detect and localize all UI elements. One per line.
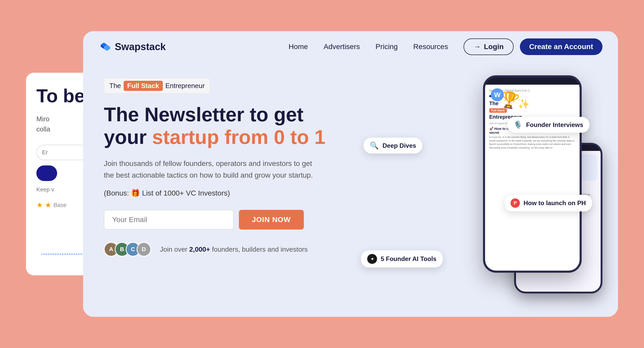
email-form: JOIN NOW	[104, 210, 343, 230]
left-card-text: Mirocolla	[36, 114, 88, 134]
badge-suffix: Entrepreneur	[165, 82, 205, 90]
nav-link-resources[interactable]: Resources	[413, 43, 448, 51]
hero-left: The Full Stack Entrepreneur The Newslett…	[104, 70, 343, 293]
hero-title-line1: The Newsletter to get	[104, 103, 304, 125]
openai-icon: ✦	[367, 254, 377, 264]
chip-how-to-launch-label: How to launch on PH	[524, 199, 586, 207]
left-card-input[interactable]	[36, 145, 88, 160]
chip-founder-interviews: 🎙️ Founder Interviews	[507, 117, 589, 133]
phone-screen: Grow your startup from 0 to 1 Base The F…	[485, 85, 580, 271]
logo-text: Swapstack	[115, 41, 166, 52]
hero-bonus: (Bonus: 🎁 List of 1000+ VC Investors)	[104, 189, 343, 197]
chip-deep-dives: 🔍 Deep Dives	[364, 138, 422, 153]
social-suffix: founders, builders and investors	[212, 245, 308, 253]
social-proof: A B C D Join over 2,000+ founders, build…	[104, 242, 343, 257]
hero-title-line2-dark: your	[104, 126, 152, 148]
chip-ai-tools: ✦ 5 Founder AI Tools	[361, 250, 443, 267]
ph-icon: P	[511, 198, 520, 208]
phone-title-line1: The	[489, 101, 499, 106]
search-icon: 🔍	[370, 141, 379, 150]
login-label: Login	[484, 43, 504, 51]
nav-link-pricing[interactable]: Pricing	[375, 43, 398, 51]
nav-link-advertisers[interactable]: Advertisers	[324, 43, 360, 51]
main-card: Swapstack Home Advertisers Pricing Resou…	[83, 31, 618, 317]
hero-right: 🏆 W ✨ Grow your startup from 0 to 1 Base…	[358, 70, 597, 293]
hero-title-accent: startup from 0 to 1	[152, 126, 325, 148]
left-card-stars: ★ ★ Base	[36, 201, 88, 209]
left-card-title: To be	[36, 86, 88, 106]
social-proof-text: Join over 2,000+ founders, builders and …	[160, 245, 308, 253]
email-input[interactable]	[104, 210, 234, 230]
star-icon: ★	[45, 201, 51, 209]
social-count: 2,000+	[189, 245, 210, 253]
create-account-button[interactable]: Create an Account	[520, 38, 602, 55]
phone-article-text: Is it just me, or is the summer flying, …	[489, 136, 575, 150]
left-card-button[interactable]	[36, 165, 57, 181]
left-card-brand: Base	[53, 202, 66, 209]
login-icon: →	[473, 43, 481, 51]
phone-notch	[517, 77, 548, 85]
mic-icon: 🎙️	[513, 121, 522, 129]
badge-highlight: Full Stack	[124, 81, 163, 91]
chip-how-to-launch: P How to launch on PH	[504, 195, 592, 211]
left-card-keep-text: Keep v	[36, 186, 88, 193]
avatars: A B C D	[104, 242, 147, 257]
badge-prefix: The	[109, 82, 121, 90]
star-icon: ★	[36, 201, 43, 209]
phone-main: Grow your startup from 0 to 1 Base The F…	[483, 75, 582, 273]
outer-wrapper: To be Mirocolla Keep v ★ ★ Base Swapstac…	[26, 21, 618, 327]
hero-description: Join thousands of fellow founders, opera…	[104, 158, 317, 181]
join-now-button[interactable]: JOIN NOW	[239, 210, 304, 230]
chip-ai-tools-label: 5 Founder AI Tools	[381, 255, 437, 263]
login-button[interactable]: → Login	[464, 38, 513, 55]
stars-decoration: ✨	[518, 99, 530, 110]
newsletter-badge: The Full Stack Entrepreneur	[104, 78, 210, 94]
navbar: Swapstack Home Advertisers Pricing Resou…	[83, 31, 618, 62]
nav-link-home[interactable]: Home	[289, 43, 308, 51]
hero-title: The Newsletter to get your startup from …	[104, 103, 343, 149]
chip-deep-dives-label: Deep Dives	[383, 142, 416, 149]
logo-area: Swapstack	[99, 41, 166, 53]
hero-section: The Full Stack Entrepreneur The Newslett…	[83, 62, 618, 293]
phone-content-badge: Full Stack	[489, 108, 507, 113]
avatar-4: D	[137, 242, 151, 257]
w-decoration: W	[491, 88, 504, 101]
chip-founder-interviews-label: Founder Interviews	[526, 121, 583, 129]
swapstack-logo-icon	[99, 41, 111, 53]
nav-links: Home Advertisers Pricing Resources	[289, 43, 448, 51]
